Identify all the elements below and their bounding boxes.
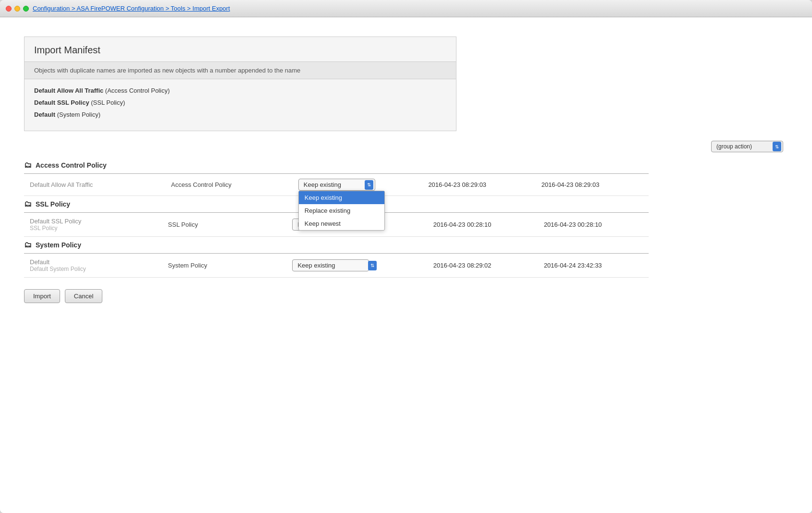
maximize-button[interactable] xyxy=(23,6,29,12)
import-button[interactable]: Import xyxy=(24,289,60,303)
policy-action-select-3[interactable]: Keep existing Replace existing Keep newe… xyxy=(292,259,369,271)
manifest-item-1-type: (Access Control Policy) xyxy=(105,87,170,94)
policy-type-3: System Policy xyxy=(162,254,287,278)
policy-date2-3: 2016-04-24 23:42:33 xyxy=(538,254,649,278)
policy-name-3-text: Default xyxy=(30,258,49,266)
import-manifest-box: Import Manifest Objects with duplicate n… xyxy=(24,37,456,131)
close-button[interactable] xyxy=(6,6,12,12)
button-row: Import Cancel xyxy=(24,289,788,303)
policy-name-2-text: Default SSL Policy xyxy=(30,218,81,225)
cancel-button[interactable]: Cancel xyxy=(65,289,102,303)
policy-type-1: Access Control Policy xyxy=(165,174,293,196)
dropdown-menu-1: Keep existing Replace existing Keep newe… xyxy=(298,191,385,231)
policy-action-3-cell: Keep existing Replace existing Keep newe… xyxy=(286,254,427,278)
manifest-item-2-name: Default SSL Policy xyxy=(34,99,89,106)
policy-subname-2: SSL Policy xyxy=(30,225,157,232)
manifest-item-1-name: Default Allow All Traffic xyxy=(34,87,103,94)
table-row: Default Allow All Traffic Access Control… xyxy=(24,174,649,196)
policy-date1-3: 2016-04-23 08:29:02 xyxy=(428,254,538,278)
import-manifest-description: Objects with duplicate names are importe… xyxy=(25,61,456,79)
section-system-policy: 🗂 System Policy Default Default System P… xyxy=(24,237,649,278)
group-action-select[interactable]: (group action) Keep existing Replace exi… xyxy=(711,141,783,152)
section-header-access-control: 🗂 Access Control Policy xyxy=(24,157,649,174)
policy-name-1-text: Default Allow All Traffic xyxy=(30,181,93,188)
manifest-item-3-type: (System Policy) xyxy=(57,111,100,118)
section-title-ssl: SSL Policy xyxy=(36,200,70,208)
policy-date2-2: 2016-04-23 00:28:10 xyxy=(538,213,649,237)
section-access-control: 🗂 Access Control Policy Default Allow Al… xyxy=(24,157,649,196)
title-bar: Configuration > ASA FirePOWER Configurat… xyxy=(0,0,812,17)
policy-name-2: Default SSL Policy SSL Policy xyxy=(24,213,162,237)
breadcrumb[interactable]: Configuration > ASA FirePOWER Configurat… xyxy=(33,5,230,12)
policy-table-system: Default Default System Policy System Pol… xyxy=(24,254,649,278)
app-window: Configuration > ASA FirePOWER Configurat… xyxy=(0,0,812,513)
manifest-item-2-type: (SSL Policy) xyxy=(91,99,125,106)
import-manifest-title: Import Manifest xyxy=(25,37,456,61)
policy-action-1-cell: Keep existing Replace existing Keep newe… xyxy=(293,174,423,196)
policy-date1-2: 2016-04-23 00:28:10 xyxy=(428,213,538,237)
group-action-select-wrapper: (group action) Keep existing Replace exi… xyxy=(711,141,783,152)
manifest-item-3-name: Default xyxy=(34,111,55,118)
section-icon-ssl: 🗂 xyxy=(24,200,32,208)
policy-table-access-control: Default Allow All Traffic Access Control… xyxy=(24,174,649,196)
dropdown-item-replace-existing[interactable]: Replace existing xyxy=(299,204,384,217)
main-table: 🗂 Access Control Policy Default Allow Al… xyxy=(24,157,649,278)
policy-subname-3: Default System Policy xyxy=(30,266,157,272)
policy-name-3: Default Default System Policy xyxy=(24,254,162,278)
table-row: Default Default System Policy System Pol… xyxy=(24,254,649,278)
policy-action-select-1[interactable]: Keep existing Replace existing Keep newe… xyxy=(298,179,375,191)
policy-type-2: SSL Policy xyxy=(162,213,287,237)
traffic-lights xyxy=(6,6,29,12)
policy-name-1: Default Allow All Traffic xyxy=(24,174,165,196)
policy-date2-1: 2016-04-23 08:29:03 xyxy=(536,174,649,196)
section-icon-access-control: 🗂 xyxy=(24,161,32,170)
dropdown-item-keep-newest[interactable]: Keep newest xyxy=(299,217,384,230)
dropdown-open-wrapper-1: Keep existing Replace existing Keep newe… xyxy=(298,179,375,191)
manifest-items: Default Allow All Traffic (Access Contro… xyxy=(25,79,456,131)
section-header-system: 🗂 System Policy xyxy=(24,237,649,254)
section-icon-system: 🗂 xyxy=(24,241,32,249)
main-content: Import Manifest Objects with duplicate n… xyxy=(0,17,812,513)
policy-select-wrapper-3: Keep existing Replace existing Keep newe… xyxy=(292,259,379,271)
minimize-button[interactable] xyxy=(14,6,20,12)
section-title-access-control: Access Control Policy xyxy=(36,161,107,169)
group-action-row: (group action) Keep existing Replace exi… xyxy=(24,141,788,152)
section-title-system: System Policy xyxy=(36,241,81,249)
manifest-item-3: Default (System Policy) xyxy=(34,111,446,118)
manifest-item-2: Default SSL Policy (SSL Policy) xyxy=(34,99,446,106)
dropdown-item-keep-existing[interactable]: Keep existing xyxy=(299,191,384,204)
policy-date1-1: 2016-04-23 08:29:03 xyxy=(422,174,535,196)
policy-action-arrow-icon-3: ⇅ xyxy=(368,261,377,270)
manifest-item-1: Default Allow All Traffic (Access Contro… xyxy=(34,87,446,94)
